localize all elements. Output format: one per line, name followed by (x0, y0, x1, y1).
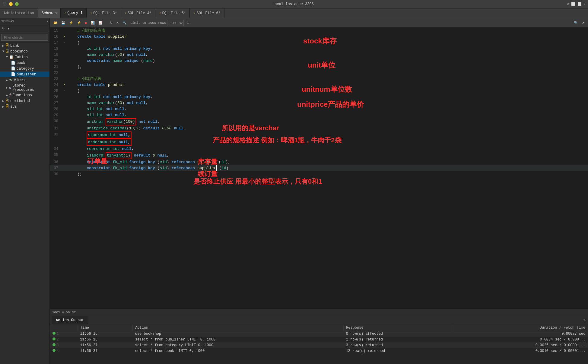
code-line-23: 23 # 创建产品表 (50, 76, 588, 82)
col-response: Response (344, 325, 452, 331)
window-controls: ⚫ 🟡 🟢 (2, 2, 19, 6)
code-line-35: 35 isabord tinyint(1) default 0 null, (50, 152, 588, 159)
sidebar-item-northwind[interactable]: ▶ 🗄 northwind (0, 98, 49, 104)
db-icon2: 🗄 (5, 49, 9, 54)
row-duration: 0.0010 sec / 0.00001... (452, 348, 588, 354)
col-duration: Duration / Fetch Time (452, 325, 588, 331)
row-action: use bookshop (133, 331, 344, 337)
filter-input[interactable] (1, 34, 48, 41)
main-layout: SCHEMAS ◀ ↻ ▼ ▶ 🗄 bank ▼ 🗄 bookshop (0, 18, 588, 364)
stop-btn[interactable]: ■ (84, 21, 88, 25)
execute-selection-btn[interactable]: ⚡ (76, 20, 82, 25)
db-icon: 🗄 (5, 43, 9, 48)
row-action: select * from book LIMIT 0, 1000 (133, 348, 344, 354)
editor-container: 15 # 创建供应商表 16 • create table supplier 1… (50, 28, 588, 309)
query-icon3: ⚡ (125, 11, 126, 15)
code-line-21: 21 ); (50, 64, 588, 70)
expand-arrow: ▼ (6, 55, 8, 59)
expand-arrow: ▶ (2, 44, 4, 48)
row-time: 11:56:18 (78, 337, 133, 343)
tables-icon: 📋 (9, 55, 14, 59)
sidebar-item-bank[interactable]: ▶ 🗄 bank (0, 43, 49, 49)
clear-btn[interactable]: ✕ (115, 20, 120, 25)
code-line-31: 31 unitprice decimal(18,2) default 0.00 … (50, 125, 588, 131)
code-line-29: 29 cid int not null, (50, 112, 588, 118)
sidebar-item-book[interactable]: 📄 book (0, 60, 49, 66)
row-response: 2 row(s) returned (344, 337, 452, 343)
code-line-38: 38 ); (50, 171, 588, 177)
tab-sqlfile6[interactable]: ⚡ SQL File 6* (190, 8, 224, 18)
output-tabs: Action Output ⇅ (50, 316, 588, 324)
explain-alt-btn[interactable]: 📈 (97, 20, 104, 25)
output-panel: Action Output ⇅ Time Action Response Dur… (50, 316, 588, 364)
open-file-btn[interactable]: 📂 (52, 20, 59, 25)
save-btn[interactable]: 💾 (60, 20, 67, 25)
titlebar: ⚫ 🟡 🟢 Local Instance 3306 ⚙ ⬜ ⬜ ✕ (0, 0, 588, 8)
output-toggle-btn[interactable]: ⇅ (583, 318, 586, 322)
table-row: 4 11:56:37 select * from book LIMIT 0, 1… (50, 348, 588, 354)
find-replace-btn[interactable]: ⟳ (580, 20, 586, 25)
code-line-36: 36 constraint fk_cid foreign key (cid) r… (50, 159, 588, 165)
code-line-22: 22 (50, 70, 588, 76)
sidebar-item-functions[interactable]: ▶ ƒ Functions (0, 93, 49, 98)
tab-sqlfile3[interactable]: ⚡ SQL File 3* (87, 8, 121, 18)
output-tab-action[interactable]: Action Output (52, 316, 88, 324)
code-line-20: 20 constraint name unique (name) (50, 58, 588, 64)
limit-label: Limit to 1000 rows (130, 21, 166, 25)
code-editor[interactable]: 15 # 创建供应商表 16 • create table supplier 1… (50, 28, 588, 309)
code-line-37: 37 constraint fk_sid foreign key (sid) r… (50, 165, 588, 171)
code-line-15: 15 # 创建供应商表 (50, 28, 588, 34)
sidebar-refresh-btn[interactable]: ↻ (1, 26, 5, 31)
row-time: 11:56:37 (78, 348, 133, 354)
sidebar-item-tables[interactable]: ▼ 📋 Tables (0, 54, 49, 60)
sidebar-item-bookshop[interactable]: ▼ 🗄 bookshop (0, 49, 49, 54)
schema-tree: ▶ 🗄 bank ▼ 🗄 bookshop ▼ 📋 Tables 📄 (0, 43, 49, 364)
tab-query1[interactable]: ⚡ Query 1 (61, 8, 86, 18)
sidebar-item-stored-procedures[interactable]: ▶ ⚙ Stored Procedures (0, 83, 49, 93)
code-line-27: 27 name varchar(50) not null, (50, 100, 588, 106)
refresh-btn[interactable]: ↻ (109, 20, 114, 25)
execute-btn[interactable]: ⚡ (68, 20, 75, 25)
tab-schemas[interactable]: Schemas (38, 8, 61, 18)
code-line-28: 28 sid int not null, (50, 106, 588, 112)
code-line-34: 34 reordernum int null, (50, 146, 588, 152)
sidebar-actions: ↻ ▼ (0, 25, 49, 32)
tab-administration[interactable]: Administration (0, 8, 38, 18)
func-icon: ƒ (9, 93, 11, 97)
row-duration: 0.0034 sec / 0.000... (452, 337, 588, 343)
tab-sqlfile5[interactable]: ⚡ SQL File 5* (155, 8, 190, 18)
code-line-18: 18 id int not null primary key, (50, 46, 588, 52)
sidebar-item-sys[interactable]: ▶ 🗄 sys (0, 104, 49, 109)
code-line-16: 16 • create table supplier (50, 34, 588, 40)
search-btn[interactable]: 🔍 (573, 20, 579, 25)
expand-arrow7: ▶ (2, 105, 4, 109)
expand-arrow3: ▶ (6, 78, 8, 82)
table-row: 2 11:56:18 select * from publisher LIMIT… (50, 337, 588, 343)
beautify-btn[interactable]: 🔧 (121, 20, 128, 25)
row-action: select * from category LIMIT 0, 1000 (133, 343, 344, 348)
code-line-19: 19 name varchar(50) not null, (50, 52, 588, 58)
row-response: 3 row(s) returned (344, 343, 452, 348)
expand-arrow4: ▶ (6, 86, 8, 90)
row-duration: 0.0026 sec / 0.00001... (452, 343, 588, 348)
sidebar-filter-btn[interactable]: ▼ (6, 26, 11, 31)
code-line-32: 32 stocknum int null, (50, 131, 588, 139)
toggle-btn[interactable]: ⇅ (185, 20, 190, 25)
sidebar-item-publisher[interactable]: 📄 publisher (0, 71, 49, 77)
table-row: 3 11:56:27 select * from category LIMIT … (50, 343, 588, 348)
filter-container (0, 32, 49, 43)
query-icon4: ⚡ (159, 11, 161, 15)
code-line-33: ordernum int null, (50, 139, 588, 146)
explain-btn[interactable]: 📊 (89, 20, 96, 25)
sidebar-item-views[interactable]: ▶ 👁 Views (0, 77, 49, 83)
row-time: 11:56:15 (78, 331, 133, 337)
row-status: 4 (50, 348, 78, 354)
window-title: Local Instance 3306 (19, 2, 567, 6)
row-action: select * from publisher LIMIT 0, 1000 (133, 337, 344, 343)
tab-sqlfile4[interactable]: ⚡ SQL File 4* (121, 8, 155, 18)
limit-select[interactable]: 1000 200 500 5000 (167, 20, 184, 26)
sidebar-collapse-btn[interactable]: ◀ (46, 19, 48, 23)
sidebar-item-category[interactable]: 📄 category (0, 66, 49, 71)
code-line-25: 25 ◦ ( (50, 88, 588, 94)
zoom-level: 100% (52, 311, 60, 314)
